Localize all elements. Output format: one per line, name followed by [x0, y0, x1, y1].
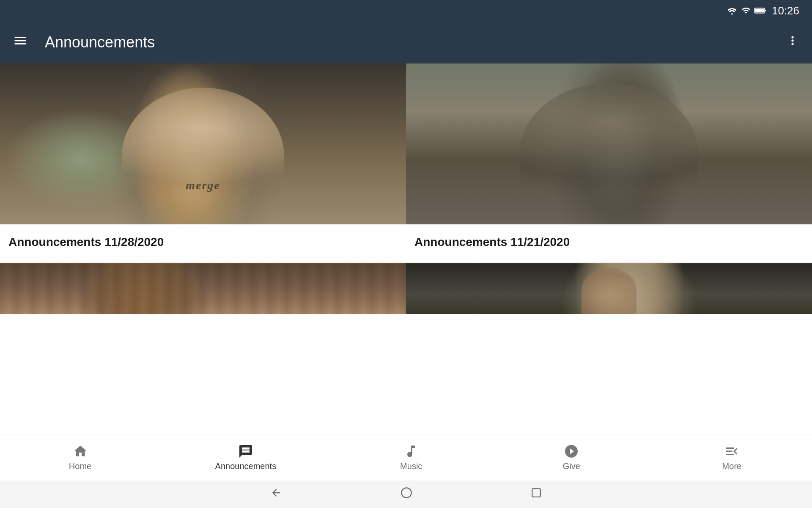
- system-navigation-bar: [0, 480, 812, 508]
- back-button[interactable]: [270, 487, 282, 502]
- video-info-2: Announcements 11/21/2020: [406, 224, 812, 262]
- more-icon: [724, 444, 739, 459]
- video-thumbnail-1: merge: [0, 64, 406, 224]
- video-card-3-partial[interactable]: [0, 263, 406, 314]
- home-icon: [73, 444, 88, 459]
- nav-item-music[interactable]: Music: [386, 444, 436, 471]
- svg-point-3: [401, 488, 411, 497]
- nav-item-more[interactable]: More: [706, 444, 757, 471]
- status-time: 10:26: [772, 4, 799, 17]
- status-icons: 10:26: [726, 4, 799, 17]
- nav-label-music: Music: [400, 461, 422, 471]
- nav-label-home: Home: [69, 461, 91, 471]
- nav-label-announcements: Announcements: [215, 461, 277, 471]
- give-icon: [564, 444, 579, 459]
- page-title: Announcements: [45, 33, 786, 51]
- video-title-2: Announcements 11/21/2020: [414, 235, 570, 248]
- nav-label-more: More: [722, 461, 742, 471]
- app-bar: Announcements: [0, 21, 812, 64]
- music-icon: [403, 444, 419, 459]
- wifi-icon: [726, 6, 738, 15]
- nav-item-home[interactable]: Home: [55, 444, 106, 471]
- video-grid-row-2-partial: [0, 263, 812, 314]
- video-card-2[interactable]: Announcements 11/21/2020: [406, 64, 812, 262]
- video-thumbnail-2: [406, 64, 812, 224]
- video-card-1[interactable]: merge Announcements 11/28/2020: [0, 64, 406, 262]
- battery-icon: [754, 6, 767, 15]
- menu-button[interactable]: [13, 33, 28, 52]
- nav-item-give[interactable]: Give: [546, 444, 597, 471]
- svg-rect-2: [755, 9, 764, 13]
- overflow-menu-button[interactable]: [786, 34, 799, 51]
- content-area: merge Announcements 11/28/2020 Announcem…: [0, 64, 812, 434]
- signal-icon: [741, 6, 751, 15]
- bottom-navigation: Home Announcements Music Give More: [0, 434, 812, 480]
- announcements-icon: [238, 444, 253, 459]
- home-button[interactable]: [401, 487, 412, 502]
- video-grid-row-1: merge Announcements 11/28/2020 Announcem…: [0, 64, 812, 262]
- video-title-1: Announcements 11/28/2020: [8, 235, 164, 248]
- status-bar-right: 10:26: [726, 4, 799, 17]
- video-info-1: Announcements 11/28/2020: [0, 224, 406, 262]
- nav-label-give: Give: [563, 461, 580, 471]
- video-card-4-partial[interactable]: [406, 263, 812, 314]
- recent-apps-button[interactable]: [531, 487, 542, 501]
- svg-rect-1: [765, 10, 766, 11]
- nav-item-announcements[interactable]: Announcements: [215, 444, 277, 471]
- status-bar: 10:26: [0, 0, 812, 21]
- svg-rect-4: [532, 489, 540, 497]
